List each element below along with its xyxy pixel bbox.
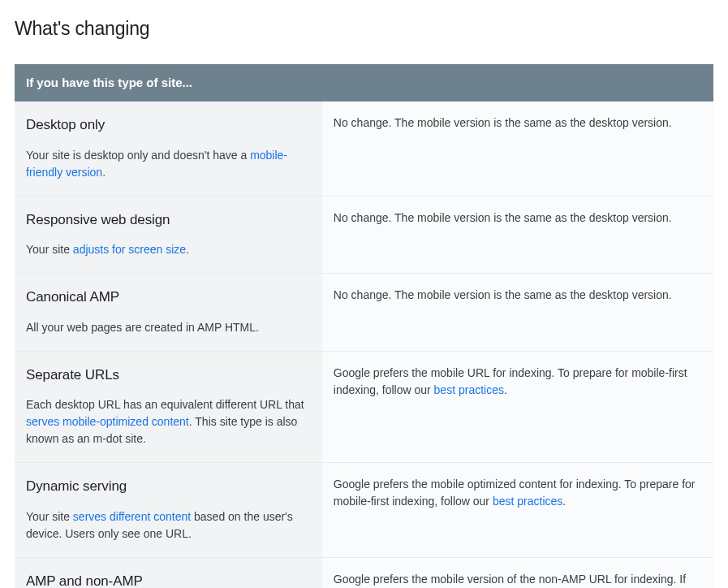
desc-text: Your site is desktop only and doesn't ha… [26,149,250,162]
table-row: Desktop onlyYour site is desktop only an… [15,102,713,196]
site-type-title: Responsive web design [26,210,311,231]
site-type-title: Separate URLs [26,365,311,386]
change-text: No change. The mobile version is the sam… [334,288,672,301]
desc-text: . [102,166,106,179]
site-type-title: Canonical AMP [26,287,311,308]
site-type-description: Your site serves different content based… [26,508,311,543]
site-type-description: All your web pages are created in AMP HT… [26,319,311,336]
change-cell: No change. The mobile version is the sam… [322,196,713,274]
change-cell: Google prefers the mobile URL for indexi… [322,351,713,463]
site-type-cell: Canonical AMPAll your web pages are crea… [15,274,322,352]
site-type-title: Dynamic serving [26,476,311,497]
change-cell: Google prefers the mobile optimized cont… [322,463,713,558]
site-type-title: AMP and non-AMP [26,571,311,589]
change-text: . [504,383,507,396]
table-header: If you have this type of site... [15,64,713,102]
page-title: What's changing [15,15,713,43]
change-link[interactable]: best practices [493,495,562,508]
change-cell: No change. The mobile version is the sam… [322,102,713,196]
change-text: Google prefers the mobile version of the… [334,573,690,589]
site-type-description: Your site is desktop only and doesn't ha… [26,147,311,181]
site-type-cell: Desktop onlyYour site is desktop only an… [15,102,322,196]
desc-link[interactable]: serves mobile-optimized content [26,415,189,428]
site-type-description: Each desktop URL has an equivalent diffe… [26,396,311,447]
desc-link[interactable]: serves different content [73,510,191,523]
table-row: Canonical AMPAll your web pages are crea… [15,274,713,352]
table-row: Separate URLsEach desktop URL has an equ… [15,351,713,463]
table-row: Responsive web designYour site adjusts f… [15,196,713,274]
desc-text: Each desktop URL has an equivalent diffe… [26,398,304,411]
site-type-cell: Responsive web designYour site adjusts f… [15,196,322,274]
site-type-cell: Separate URLsEach desktop URL has an equ… [15,351,322,463]
site-type-title: Desktop only [26,115,311,136]
change-link[interactable]: best practices [434,383,504,396]
changes-table: If you have this type of site... Desktop… [15,64,713,589]
table-row: AMP and non-AMPYour site has both AMP an… [15,557,713,588]
site-type-cell: AMP and non-AMPYour site has both AMP an… [15,557,322,588]
site-type-description: Your site adjusts for screen size. [26,241,311,258]
site-type-cell: Dynamic servingYour site serves differen… [15,463,322,558]
change-text: No change. The mobile version is the sam… [334,211,672,224]
desc-text: . [186,243,189,256]
change-text: No change. The mobile version is the sam… [334,116,672,129]
desc-link[interactable]: adjusts for screen size [73,243,186,256]
change-cell: Google prefers the mobile version of the… [322,557,713,588]
desc-text: Your site [26,510,73,523]
change-text: Google prefers the mobile URL for indexi… [334,366,687,396]
change-text: . [562,495,566,508]
change-cell: No change. The mobile version is the sam… [322,274,713,352]
desc-text: Your site [26,243,73,256]
desc-text: All your web pages are created in AMP HT… [26,321,259,334]
table-row: Dynamic servingYour site serves differen… [15,463,713,558]
